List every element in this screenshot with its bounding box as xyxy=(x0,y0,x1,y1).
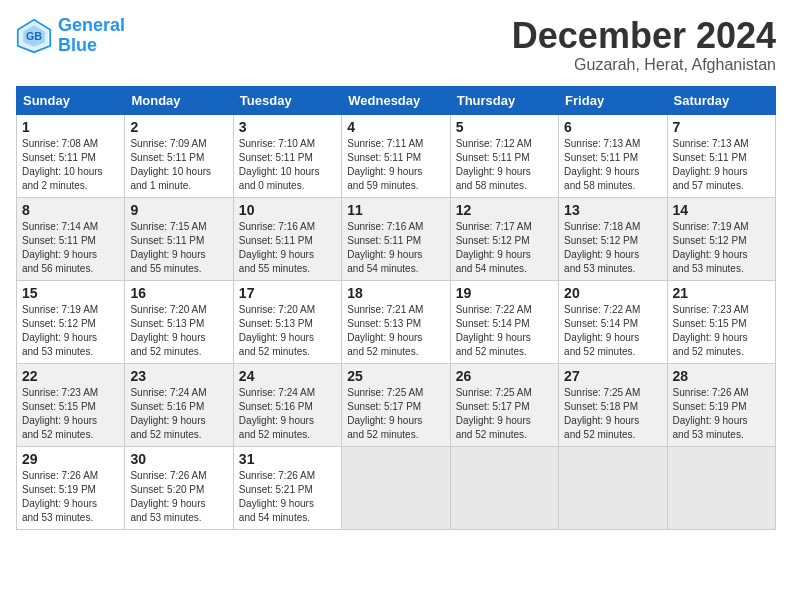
calendar-table: SundayMondayTuesdayWednesdayThursdayFrid… xyxy=(16,86,776,530)
day-info: Sunrise: 7:13 AM Sunset: 5:11 PM Dayligh… xyxy=(673,137,770,193)
calendar-cell xyxy=(342,446,450,529)
calendar-cell xyxy=(667,446,775,529)
day-number: 21 xyxy=(673,285,770,301)
month-title: December 2024 xyxy=(512,16,776,56)
day-number: 26 xyxy=(456,368,553,384)
calendar-cell: 7Sunrise: 7:13 AM Sunset: 5:11 PM Daylig… xyxy=(667,114,775,197)
day-info: Sunrise: 7:23 AM Sunset: 5:15 PM Dayligh… xyxy=(22,386,119,442)
calendar-cell: 13Sunrise: 7:18 AM Sunset: 5:12 PM Dayli… xyxy=(559,197,667,280)
calendar-cell: 1Sunrise: 7:08 AM Sunset: 5:11 PM Daylig… xyxy=(17,114,125,197)
day-number: 12 xyxy=(456,202,553,218)
day-number: 20 xyxy=(564,285,661,301)
day-info: Sunrise: 7:12 AM Sunset: 5:11 PM Dayligh… xyxy=(456,137,553,193)
day-number: 28 xyxy=(673,368,770,384)
day-info: Sunrise: 7:24 AM Sunset: 5:16 PM Dayligh… xyxy=(239,386,336,442)
logo: GB General Blue xyxy=(16,16,125,56)
calendar-cell: 27Sunrise: 7:25 AM Sunset: 5:18 PM Dayli… xyxy=(559,363,667,446)
day-number: 2 xyxy=(130,119,227,135)
day-number: 5 xyxy=(456,119,553,135)
day-number: 23 xyxy=(130,368,227,384)
calendar-header-row: SundayMondayTuesdayWednesdayThursdayFrid… xyxy=(17,86,776,114)
day-info: Sunrise: 7:15 AM Sunset: 5:11 PM Dayligh… xyxy=(130,220,227,276)
day-info: Sunrise: 7:17 AM Sunset: 5:12 PM Dayligh… xyxy=(456,220,553,276)
day-number: 3 xyxy=(239,119,336,135)
day-info: Sunrise: 7:25 AM Sunset: 5:17 PM Dayligh… xyxy=(456,386,553,442)
calendar-cell: 25Sunrise: 7:25 AM Sunset: 5:17 PM Dayli… xyxy=(342,363,450,446)
calendar-cell: 2Sunrise: 7:09 AM Sunset: 5:11 PM Daylig… xyxy=(125,114,233,197)
calendar-cell: 15Sunrise: 7:19 AM Sunset: 5:12 PM Dayli… xyxy=(17,280,125,363)
day-info: Sunrise: 7:20 AM Sunset: 5:13 PM Dayligh… xyxy=(239,303,336,359)
calendar-cell: 9Sunrise: 7:15 AM Sunset: 5:11 PM Daylig… xyxy=(125,197,233,280)
day-number: 4 xyxy=(347,119,444,135)
svg-text:GB: GB xyxy=(26,29,42,41)
day-info: Sunrise: 7:26 AM Sunset: 5:19 PM Dayligh… xyxy=(673,386,770,442)
calendar-cell: 11Sunrise: 7:16 AM Sunset: 5:11 PM Dayli… xyxy=(342,197,450,280)
calendar-cell: 31Sunrise: 7:26 AM Sunset: 5:21 PM Dayli… xyxy=(233,446,341,529)
calendar-cell: 20Sunrise: 7:22 AM Sunset: 5:14 PM Dayli… xyxy=(559,280,667,363)
week-row-4: 22Sunrise: 7:23 AM Sunset: 5:15 PM Dayli… xyxy=(17,363,776,446)
day-info: Sunrise: 7:21 AM Sunset: 5:13 PM Dayligh… xyxy=(347,303,444,359)
calendar-cell xyxy=(559,446,667,529)
day-info: Sunrise: 7:22 AM Sunset: 5:14 PM Dayligh… xyxy=(456,303,553,359)
logo-icon: GB xyxy=(16,18,52,54)
day-number: 30 xyxy=(130,451,227,467)
day-info: Sunrise: 7:13 AM Sunset: 5:11 PM Dayligh… xyxy=(564,137,661,193)
day-info: Sunrise: 7:23 AM Sunset: 5:15 PM Dayligh… xyxy=(673,303,770,359)
day-info: Sunrise: 7:26 AM Sunset: 5:21 PM Dayligh… xyxy=(239,469,336,525)
calendar-cell: 14Sunrise: 7:19 AM Sunset: 5:12 PM Dayli… xyxy=(667,197,775,280)
day-info: Sunrise: 7:22 AM Sunset: 5:14 PM Dayligh… xyxy=(564,303,661,359)
calendar-cell: 8Sunrise: 7:14 AM Sunset: 5:11 PM Daylig… xyxy=(17,197,125,280)
day-info: Sunrise: 7:20 AM Sunset: 5:13 PM Dayligh… xyxy=(130,303,227,359)
calendar-cell: 4Sunrise: 7:11 AM Sunset: 5:11 PM Daylig… xyxy=(342,114,450,197)
day-number: 19 xyxy=(456,285,553,301)
day-number: 14 xyxy=(673,202,770,218)
week-row-5: 29Sunrise: 7:26 AM Sunset: 5:19 PM Dayli… xyxy=(17,446,776,529)
day-info: Sunrise: 7:26 AM Sunset: 5:20 PM Dayligh… xyxy=(130,469,227,525)
location-title: Guzarah, Herat, Afghanistan xyxy=(512,56,776,74)
calendar-cell: 16Sunrise: 7:20 AM Sunset: 5:13 PM Dayli… xyxy=(125,280,233,363)
day-info: Sunrise: 7:19 AM Sunset: 5:12 PM Dayligh… xyxy=(22,303,119,359)
header-day-saturday: Saturday xyxy=(667,86,775,114)
day-number: 1 xyxy=(22,119,119,135)
day-info: Sunrise: 7:25 AM Sunset: 5:17 PM Dayligh… xyxy=(347,386,444,442)
day-info: Sunrise: 7:18 AM Sunset: 5:12 PM Dayligh… xyxy=(564,220,661,276)
day-number: 10 xyxy=(239,202,336,218)
day-number: 11 xyxy=(347,202,444,218)
day-number: 18 xyxy=(347,285,444,301)
day-number: 9 xyxy=(130,202,227,218)
calendar-cell: 5Sunrise: 7:12 AM Sunset: 5:11 PM Daylig… xyxy=(450,114,558,197)
calendar-cell: 17Sunrise: 7:20 AM Sunset: 5:13 PM Dayli… xyxy=(233,280,341,363)
calendar-cell: 28Sunrise: 7:26 AM Sunset: 5:19 PM Dayli… xyxy=(667,363,775,446)
calendar-cell: 19Sunrise: 7:22 AM Sunset: 5:14 PM Dayli… xyxy=(450,280,558,363)
header-day-thursday: Thursday xyxy=(450,86,558,114)
day-number: 16 xyxy=(130,285,227,301)
calendar-cell: 24Sunrise: 7:24 AM Sunset: 5:16 PM Dayli… xyxy=(233,363,341,446)
week-row-3: 15Sunrise: 7:19 AM Sunset: 5:12 PM Dayli… xyxy=(17,280,776,363)
calendar-cell: 10Sunrise: 7:16 AM Sunset: 5:11 PM Dayli… xyxy=(233,197,341,280)
header-day-monday: Monday xyxy=(125,86,233,114)
day-number: 25 xyxy=(347,368,444,384)
header-day-sunday: Sunday xyxy=(17,86,125,114)
page-header: GB General Blue December 2024 Guzarah, H… xyxy=(16,16,776,74)
header-day-tuesday: Tuesday xyxy=(233,86,341,114)
week-row-1: 1Sunrise: 7:08 AM Sunset: 5:11 PM Daylig… xyxy=(17,114,776,197)
day-info: Sunrise: 7:19 AM Sunset: 5:12 PM Dayligh… xyxy=(673,220,770,276)
day-info: Sunrise: 7:09 AM Sunset: 5:11 PM Dayligh… xyxy=(130,137,227,193)
day-info: Sunrise: 7:25 AM Sunset: 5:18 PM Dayligh… xyxy=(564,386,661,442)
day-number: 17 xyxy=(239,285,336,301)
calendar-cell: 12Sunrise: 7:17 AM Sunset: 5:12 PM Dayli… xyxy=(450,197,558,280)
calendar-cell: 6Sunrise: 7:13 AM Sunset: 5:11 PM Daylig… xyxy=(559,114,667,197)
calendar-cell: 23Sunrise: 7:24 AM Sunset: 5:16 PM Dayli… xyxy=(125,363,233,446)
logo-text: General Blue xyxy=(58,16,125,56)
day-info: Sunrise: 7:16 AM Sunset: 5:11 PM Dayligh… xyxy=(239,220,336,276)
header-day-friday: Friday xyxy=(559,86,667,114)
day-number: 15 xyxy=(22,285,119,301)
calendar-cell: 22Sunrise: 7:23 AM Sunset: 5:15 PM Dayli… xyxy=(17,363,125,446)
day-info: Sunrise: 7:24 AM Sunset: 5:16 PM Dayligh… xyxy=(130,386,227,442)
calendar-cell: 26Sunrise: 7:25 AM Sunset: 5:17 PM Dayli… xyxy=(450,363,558,446)
day-number: 13 xyxy=(564,202,661,218)
header-day-wednesday: Wednesday xyxy=(342,86,450,114)
day-number: 31 xyxy=(239,451,336,467)
day-number: 8 xyxy=(22,202,119,218)
day-number: 24 xyxy=(239,368,336,384)
